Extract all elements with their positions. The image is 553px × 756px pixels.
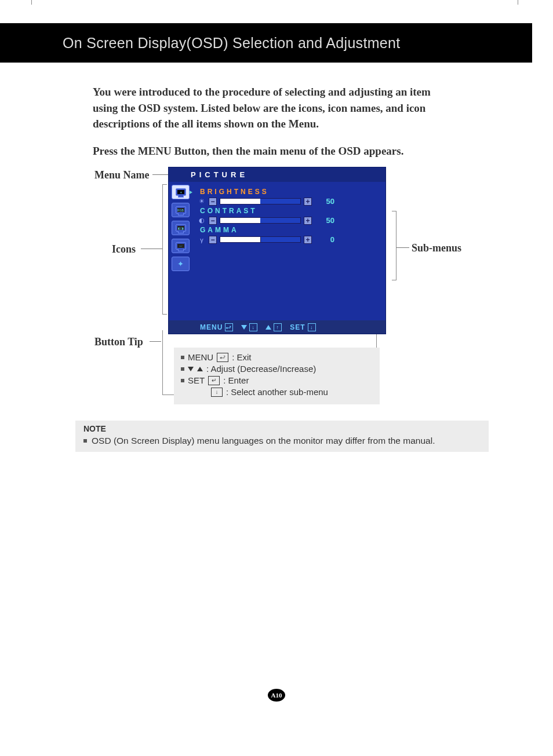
slider-value: 50 <box>319 216 334 225</box>
osd-label: CONTRAST <box>200 207 379 215</box>
exit-key-icon: ⮐ <box>225 323 233 331</box>
triangle-down-icon <box>188 367 194 371</box>
minus-button[interactable]: − <box>209 217 217 225</box>
contrast-icon: ◐ <box>198 217 206 224</box>
triangle-up-icon <box>265 325 271 330</box>
gamma-icon: γ <box>198 236 206 243</box>
tip-menu-label: MENU <box>188 352 213 362</box>
button-tips-box: MENU ⮐ : Exit : Adjust (Decrease/Increas… <box>174 348 380 404</box>
callout-button-tip: Button Tip <box>94 336 143 348</box>
enter-key-icon: ↓ <box>308 323 316 331</box>
callout-submenus: Sub-menus <box>412 242 461 254</box>
slider-track[interactable] <box>220 198 301 204</box>
triangle-down-icon <box>241 325 247 330</box>
osd-icon-column: ☀ RGB ◧◨ 〰 ✦ <box>172 185 192 271</box>
footer-down-hint: ↓ <box>241 323 257 331</box>
page-crop-marks <box>31 0 518 5</box>
note-box: NOTE OSD (On Screen Display) menu langua… <box>75 421 489 452</box>
footer-up-hint: ↑ <box>265 323 282 331</box>
enter-key-icon: ↵ <box>208 376 220 385</box>
down-arrow-key-icon: ↓ <box>211 388 223 397</box>
footer-menu-label: MENU <box>200 323 223 331</box>
footer-set-label: SET <box>290 323 305 331</box>
minus-button[interactable]: − <box>209 198 217 206</box>
slider-track[interactable] <box>220 236 301 243</box>
osd-content: BRIGHTNESS ☀ − + 50 CONTRAST ◐ − + 50 <box>198 188 379 245</box>
brightness-icon: ☀ <box>198 198 206 205</box>
instruction-line: Press the MENU Button, then the main men… <box>93 145 452 158</box>
note-title: NOTE <box>83 424 481 433</box>
bullet-icon <box>181 379 184 382</box>
callout-icons: Icons <box>112 243 136 255</box>
osd-icon-other[interactable]: ✦ <box>172 257 190 271</box>
osd-row-brightness: BRIGHTNESS ☀ − + 50 <box>198 188 379 206</box>
osd-label: GAMMA <box>200 226 379 234</box>
triangle-up-icon <box>197 367 203 371</box>
tip-adjust-desc: : Adjust (Decrease/Increase) <box>206 364 316 374</box>
osd-window: PICTURE ☀ RGB ◧◨ 〰 ✦ BRIGHTNESS ☀ − + 50… <box>168 167 386 334</box>
osd-row-contrast: CONTRAST ◐ − + 50 <box>198 207 379 225</box>
section-header: On Screen Display(OSD) Selection and Adj… <box>0 23 532 63</box>
osd-icon-setup[interactable]: 〰 <box>172 239 190 253</box>
tip-set-desc: : Enter <box>223 375 249 385</box>
bullet-icon <box>181 367 184 371</box>
tip-set-label: SET <box>188 375 205 385</box>
bracket <box>162 184 167 315</box>
osd-row-gamma: GAMMA γ − + 0 <box>198 226 379 244</box>
leader-line <box>141 249 163 249</box>
osd-footer: MENU ⮐ ↓ ↑ SET ↓ <box>169 320 385 334</box>
note-text: OSD (On Screen Display) menu languages o… <box>92 436 435 446</box>
osd-title-text: PICTURE <box>191 170 248 179</box>
intro-paragraph: You were introduced to the procedure of … <box>93 84 452 132</box>
section-title: On Screen Display(OSD) Selection and Adj… <box>63 35 400 52</box>
callout-menu-name: Menu Name <box>94 169 149 181</box>
footer-set-hint: SET ↓ <box>290 323 315 331</box>
tip-select-desc: : Select another sub-menu <box>226 387 328 397</box>
leader-line <box>150 341 161 342</box>
plus-button[interactable]: + <box>304 236 312 244</box>
up-key-icon: ↑ <box>274 323 282 331</box>
exit-key-icon: ⮐ <box>217 353 228 362</box>
plus-button[interactable]: + <box>304 198 312 206</box>
plus-button[interactable]: + <box>304 217 312 225</box>
leader-line <box>396 247 409 248</box>
osd-icon-tracking[interactable]: ◧◨ <box>172 221 190 235</box>
bullet-icon <box>83 439 87 443</box>
slider-value: 0 <box>319 235 334 244</box>
osd-title-bar: PICTURE <box>169 167 385 182</box>
osd-label: BRIGHTNESS <box>200 188 379 196</box>
page-number: A10 <box>268 689 285 702</box>
bullet-icon <box>181 356 184 359</box>
osd-body: ☀ RGB ◧◨ 〰 ✦ BRIGHTNESS ☀ − + 50 CONTRAS… <box>169 182 385 320</box>
tip-row: SET ↵ : Enter <box>181 375 373 385</box>
slider-track[interactable] <box>220 217 301 224</box>
tip-row: ↓ : Select another sub-menu <box>211 387 373 397</box>
tip-menu-desc: : Exit <box>232 352 251 362</box>
osd-icon-picture[interactable]: ☀ <box>172 185 190 199</box>
footer-menu-hint: MENU ⮐ <box>200 323 233 331</box>
tip-row: MENU ⮐ : Exit <box>181 352 373 362</box>
down-key-icon: ↓ <box>249 323 257 331</box>
minus-button[interactable]: − <box>209 236 217 244</box>
slider-value: 50 <box>319 197 334 206</box>
tip-row: : Adjust (Decrease/Increase) <box>181 364 373 374</box>
bracket <box>392 211 396 280</box>
osd-icon-color[interactable]: RGB <box>172 203 190 217</box>
note-body: OSD (On Screen Display) menu languages o… <box>83 436 481 446</box>
